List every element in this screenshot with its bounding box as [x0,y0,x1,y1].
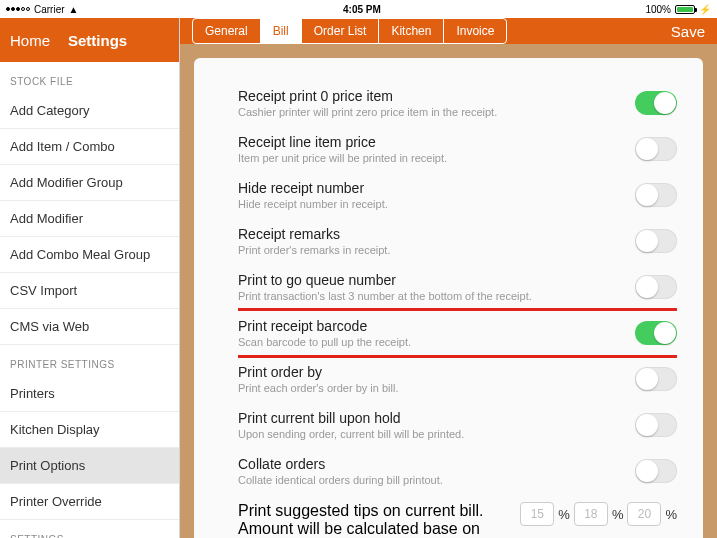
tab-kitchen[interactable]: Kitchen [379,19,444,43]
setting-title: Print suggested tips on current bill. [238,502,520,520]
sidebar-section-header: SETTINGS [0,520,179,538]
setting-row-tips: Print suggested tips on current bill.Amo… [238,496,677,538]
toggle[interactable] [635,137,677,161]
tab-bill[interactable]: Bill [261,19,302,43]
toggle[interactable] [635,229,677,253]
percent-label: % [612,507,624,522]
sidebar: Home Settings STOCK FILEAdd CategoryAdd … [0,18,180,538]
toggle[interactable] [635,275,677,299]
settings-panel: Receipt print 0 price itemCashier printe… [194,58,703,538]
setting-subtitle: Print order's remarks in receipt. [238,244,390,256]
setting-row: Print receipt barcodeScan barcode to pul… [238,312,677,358]
setting-subtitle: Item per unit price will be printed in r… [238,152,447,164]
setting-title: Print to go queue number [238,272,532,288]
tip-input[interactable]: 18 [574,502,608,526]
sidebar-item[interactable]: Print Options [0,448,179,484]
setting-row: Receipt line item priceItem per unit pri… [238,128,677,174]
setting-subtitle: Upon sending order, current bill will be… [238,428,464,440]
setting-subtitle: Cashier printer will print zero price it… [238,106,497,118]
setting-title: Print current bill upon hold [238,410,464,426]
main-header: GeneralBillOrder ListKitchenInvoice Save [180,18,717,44]
clock: 4:05 PM [343,4,381,15]
tip-input[interactable]: 15 [520,502,554,526]
sidebar-section-header: STOCK FILE [0,62,179,93]
setting-subtitle: Amount will be calculated base on subtot… [238,520,520,538]
save-button[interactable]: Save [671,23,705,40]
setting-subtitle: Collate identical orders during bill pri… [238,474,443,486]
setting-title: Print receipt barcode [238,318,411,334]
setting-subtitle: Scan barcode to pull up the receipt. [238,336,411,348]
sidebar-item[interactable]: Kitchen Display [0,412,179,448]
sidebar-title: Settings [68,32,127,49]
wifi-icon: ▲ [69,4,79,15]
toggle[interactable] [635,459,677,483]
sidebar-item[interactable]: CMS via Web [0,309,179,345]
percent-label: % [558,507,570,522]
home-button[interactable]: Home [10,32,50,49]
tab-order-list[interactable]: Order List [302,19,380,43]
setting-row: Print current bill upon holdUpon sending… [238,404,677,450]
segmented-tabs: GeneralBillOrder ListKitchenInvoice [192,18,507,44]
toggle[interactable] [635,91,677,115]
setting-subtitle: Hide receipt number in receipt. [238,198,388,210]
tip-input[interactable]: 20 [627,502,661,526]
sidebar-item[interactable]: Printers [0,376,179,412]
setting-row: Hide receipt numberHide receipt number i… [238,174,677,220]
toggle[interactable] [635,183,677,207]
battery-percent: 100% [645,4,671,15]
main-area: GeneralBillOrder ListKitchenInvoice Save… [180,18,717,538]
setting-subtitle: Print transaction's last 3 number at the… [238,290,532,302]
setting-title: Hide receipt number [238,180,388,196]
setting-row: Receipt print 0 price itemCashier printe… [238,82,677,128]
setting-row: Receipt remarksPrint order's remarks in … [238,220,677,266]
setting-subtitle: Print each order's order by in bill. [238,382,398,394]
sidebar-item[interactable]: Add Category [0,93,179,129]
tab-invoice[interactable]: Invoice [444,19,506,43]
percent-label: % [665,507,677,522]
sidebar-item[interactable]: Add Modifier [0,201,179,237]
carrier-label: Carrier [34,4,65,15]
sidebar-section-header: PRINTER SETTINGS [0,345,179,376]
toggle[interactable] [635,413,677,437]
setting-row: Collate ordersCollate identical orders d… [238,450,677,496]
sidebar-item[interactable]: Add Item / Combo [0,129,179,165]
setting-title: Collate orders [238,456,443,472]
setting-row: Print to go queue numberPrint transactio… [238,266,677,312]
sidebar-header: Home Settings [0,18,179,62]
toggle[interactable] [635,321,677,345]
battery-icon [675,5,695,14]
sidebar-item[interactable]: Printer Override [0,484,179,520]
setting-title: Receipt print 0 price item [238,88,497,104]
setting-row: Print order byPrint each order's order b… [238,358,677,404]
setting-title: Receipt remarks [238,226,390,242]
setting-title: Receipt line item price [238,134,447,150]
toggle[interactable] [635,367,677,391]
sidebar-item[interactable]: Add Combo Meal Group [0,237,179,273]
setting-title: Print order by [238,364,398,380]
signal-icon [6,7,30,11]
sidebar-item[interactable]: Add Modifier Group [0,165,179,201]
sidebar-item[interactable]: CSV Import [0,273,179,309]
charging-icon: ⚡ [699,4,711,15]
status-bar: Carrier ▲ 4:05 PM 100% ⚡ [0,0,717,18]
tab-general[interactable]: General [193,19,261,43]
